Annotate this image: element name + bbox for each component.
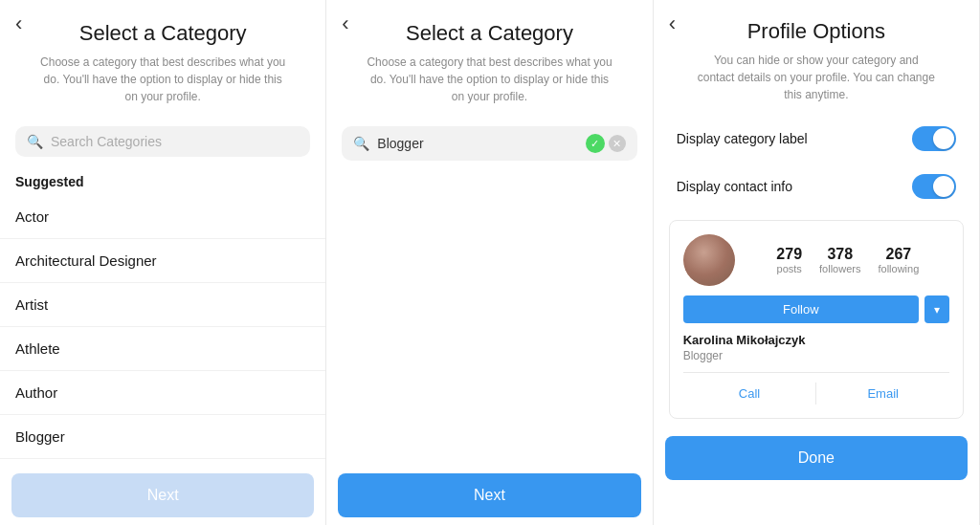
avatar (683, 234, 735, 286)
next-button-1[interactable]: Next (11, 473, 314, 517)
call-button[interactable]: Call (683, 383, 816, 405)
following-label: following (878, 263, 919, 274)
display-category-row: Display category label (654, 115, 979, 163)
display-category-toggle[interactable] (912, 126, 956, 151)
stat-posts: 279 posts (776, 246, 802, 274)
category-item-artist[interactable]: Artist (0, 283, 325, 327)
panel3-subtitle: You can hide or show your category and c… (677, 52, 956, 103)
posts-count: 279 (776, 246, 802, 263)
clear-icon[interactable]: ✕ (609, 135, 626, 152)
panel1-subtitle: Choose a category that best describes wh… (19, 54, 306, 105)
suggested-label: Suggested (0, 166, 325, 195)
panel3-header: ‹ Profile Options You can hide or show y… (654, 0, 979, 115)
display-contact-toggle[interactable] (912, 174, 956, 199)
display-category-label: Display category label (677, 131, 808, 146)
search-box-1: 🔍 (15, 126, 310, 157)
panel-select-category-2: ‹ Select a Category Choose a category th… (326, 0, 653, 525)
search-right-icons: ✓ ✕ (586, 134, 626, 153)
avatar-image (683, 234, 735, 286)
category-item-athlete[interactable]: Athlete (0, 327, 325, 371)
email-button[interactable]: Email (816, 383, 949, 405)
done-button[interactable]: Done (665, 436, 968, 480)
profile-name: Karolina Mikołajczyk (683, 333, 949, 347)
back-button-2[interactable]: ‹ (342, 13, 348, 34)
check-icon: ✓ (586, 134, 605, 153)
follow-row: Follow ▾ (683, 295, 949, 323)
display-contact-row: Display contact info (654, 163, 979, 210)
search-container-1: 🔍 (0, 117, 325, 166)
search-box-2: 🔍 ✓ ✕ (342, 126, 636, 161)
followers-count: 378 (827, 246, 853, 263)
next-button-2[interactable]: Next (338, 473, 640, 517)
contact-row: Call Email (683, 372, 949, 405)
panel1-header: ‹ Select a Category Choose a category th… (0, 0, 325, 117)
back-button-3[interactable]: ‹ (669, 13, 676, 34)
posts-label: posts (777, 263, 802, 274)
panel-profile-options: ‹ Profile Options You can hide or show y… (654, 0, 980, 525)
following-count: 267 (886, 246, 912, 263)
search-container-2: 🔍 ✓ ✕ (326, 117, 652, 170)
profile-category-tag: Blogger (683, 349, 949, 362)
follow-button[interactable]: Follow (683, 295, 919, 323)
category-item-blogger[interactable]: Blogger (0, 415, 325, 459)
panel2-header: ‹ Select a Category Choose a category th… (326, 0, 652, 117)
search-input-1[interactable] (51, 134, 299, 149)
category-item-author[interactable]: Author (0, 371, 325, 415)
category-list-1: Actor Architectural Designer Artist Athl… (0, 195, 325, 466)
profile-preview-card: 279 posts 378 followers 267 following Fo… (669, 220, 964, 419)
followers-label: followers (819, 263, 860, 274)
display-contact-label: Display contact info (677, 179, 792, 194)
panel1-title: Select a Category (79, 21, 247, 46)
panel3-title: Profile Options (747, 19, 885, 44)
search-icon-1: 🔍 (27, 134, 43, 149)
stat-followers: 378 followers (819, 246, 860, 274)
stats-group: 279 posts 378 followers 267 following (746, 246, 949, 274)
panel2-subtitle: Choose a category that best describes wh… (345, 54, 633, 105)
category-list-2 (326, 170, 652, 466)
category-item-architectural-designer[interactable]: Architectural Designer (0, 239, 325, 283)
panel2-title: Select a Category (406, 21, 573, 46)
back-button-1[interactable]: ‹ (15, 13, 22, 34)
panel-select-category-1: ‹ Select a Category Choose a category th… (0, 0, 326, 525)
search-input-2[interactable] (377, 136, 577, 151)
stat-following: 267 following (878, 246, 919, 274)
follow-dropdown-button[interactable]: ▾ (924, 295, 949, 323)
profile-stats-row: 279 posts 378 followers 267 following (683, 234, 949, 286)
search-icon-2: 🔍 (353, 136, 369, 151)
category-item-actor[interactable]: Actor (0, 195, 325, 239)
